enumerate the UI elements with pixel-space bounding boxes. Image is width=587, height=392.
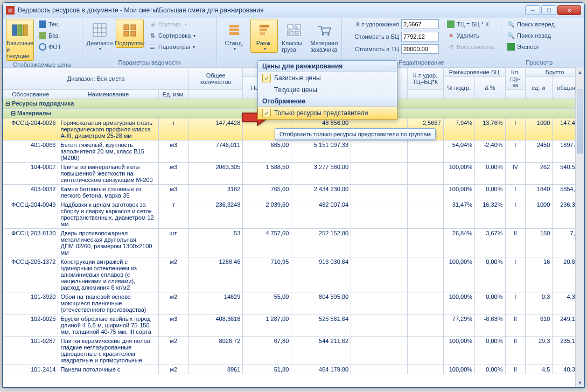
table-row[interactable]: 104-0007Плиты из минеральной ваты повыше… [3, 163, 584, 185]
kol-header: Общее количество [189, 68, 243, 90]
app-icon: ▤ [6, 6, 15, 15]
svg-rect-32 [507, 43, 515, 51]
tc-label: Стоимость в ТЦ [345, 46, 399, 52]
svg-rect-20 [260, 32, 265, 35]
search-back-button[interactable]: 🔍Поиск назад [505, 30, 557, 41]
table-row[interactable]: ФССЦ-206-1372Конструкции витражей с один… [3, 257, 584, 292]
restore-button: ↺Восстановить [444, 41, 497, 52]
export-button[interactable]: Экспорт [505, 41, 557, 52]
edkg-header: ед. кг [526, 77, 553, 99]
export-icon [507, 43, 515, 51]
delete-button[interactable]: ✕Удалить [444, 30, 497, 41]
klassy-button[interactable]: IIIIIIIV Классы груза [280, 19, 308, 54]
svg-rect-15 [229, 25, 239, 27]
only-reps-item[interactable]: ✓Только ресурсы представители [257, 107, 397, 120]
svg-rect-14 [131, 31, 136, 36]
kl-header: Кл.гру-за [505, 68, 526, 90]
prices-basic-current-button[interactable]: Базисные и текущие [6, 19, 34, 61]
tc-input[interactable] [401, 44, 439, 54]
svg-rect-2 [23, 25, 27, 36]
tooltip: Отобразить только ресурсы представители … [275, 128, 436, 140]
class-icon: IIIIIIIV [285, 22, 303, 39]
svg-rect-13 [124, 31, 129, 36]
bc-input[interactable] [401, 32, 439, 41]
table-row[interactable]: 403-0032Камни бетонные стеновые из легко… [3, 185, 584, 200]
scroll-thumb[interactable] [577, 89, 583, 153]
table-row[interactable]: 101-2414Панели потолочные см2896151,8046… [3, 365, 584, 374]
app-window: ▤ Ведомость ресурсов в документе - Мои с… [2, 2, 585, 388]
delta-header: Δ % [475, 77, 505, 99]
svg-rect-6 [93, 24, 106, 37]
svg-rect-4 [39, 32, 46, 39]
restore-icon: ↺ [446, 43, 455, 51]
parametry-button[interactable]: ☰Параметры▾ [146, 41, 198, 52]
svg-rect-3 [39, 20, 46, 28]
table-row[interactable]: 401-0066Бетон тяжелый, крупность заполни… [3, 141, 584, 163]
svg-text:IV: IV [296, 32, 299, 36]
diapazon-button[interactable]: Диапазон▾ [86, 19, 114, 53]
base-prices-item[interactable]: ✓Базисные цены [258, 72, 397, 84]
search-fwd-icon: 🔍 [507, 20, 515, 29]
circle-icon [38, 43, 47, 51]
svg-point-30 [327, 33, 330, 36]
svg-point-29 [322, 33, 324, 36]
fot-option[interactable]: ФОТ [36, 41, 64, 52]
ranzh-button[interactable]: Ранж.▾ [250, 19, 278, 53]
stand-button[interactable]: Станд.▾ [220, 19, 248, 53]
table-row[interactable]: 102-0025Бруски обрезные хвойных пород дл… [3, 314, 584, 337]
table-row[interactable]: ФССЦ-204-0049Надбавки к ценам заготовок … [3, 200, 584, 229]
scroll-up-button[interactable]: ▲ [576, 67, 584, 76]
window-title: Ведомость ресурсов в документе - Мои сме… [18, 6, 525, 14]
group-icon [121, 22, 138, 39]
table-row[interactable]: 101-0287Плитки керамические для полов гл… [3, 337, 584, 365]
search-back-icon: 🔍 [507, 31, 515, 40]
diapazon-header: Диапазон: Вся смета [3, 68, 189, 90]
sort-icon: ⇅ [148, 31, 157, 40]
sortirovka-button[interactable]: ⇅Сортировка▾ [146, 30, 198, 41]
svg-point-5 [39, 44, 46, 50]
column-icon [38, 20, 47, 29]
svg-rect-12 [131, 25, 136, 30]
material-button[interactable]: Материал заказчика [310, 19, 338, 54]
current-prices-item[interactable]: Текущие цены [258, 84, 397, 96]
bars-icon [226, 22, 243, 39]
svg-rect-18 [260, 25, 269, 27]
k-udor-label: К-т удорожания [345, 21, 399, 27]
vertical-scrollbar[interactable]: ▲ ▼ [575, 67, 584, 387]
k-udor-input[interactable] [401, 19, 439, 29]
svg-rect-11 [124, 25, 129, 30]
popup-heading: Отображение [258, 96, 397, 107]
svg-text:II: II [296, 25, 298, 29]
popup-heading: Цены для ранжирования [258, 61, 397, 72]
rank-icon [256, 22, 273, 39]
naimen-header: Наименование [58, 90, 158, 99]
bc-label: Стоимость в БЦ [345, 33, 399, 40]
search-forward-button[interactable]: 🔍Поиск вперед [505, 19, 557, 30]
ranzh-header: Ранжирование БЦ [443, 68, 505, 77]
kudor-header: К-т удор.ТЦ=БЦ*К [407, 68, 443, 90]
baz-option[interactable]: Баз. [36, 30, 64, 41]
podgr-header: % подгр. [443, 77, 475, 99]
ranzh-dropdown: Цены для ранжирования ✓Базисные цены Тек… [257, 60, 397, 120]
svg-rect-1 [18, 25, 22, 36]
table-row[interactable]: ФССЦ-203-8130Дверь противопожарная метал… [3, 229, 584, 257]
table-row[interactable]: 101-3920Обои на тканевой основе моющиеся… [3, 292, 584, 314]
podgruppy-button[interactable]: Подгруппы [116, 19, 144, 48]
tek-option[interactable]: Тек. [36, 19, 64, 30]
close-button[interactable]: ✕ [557, 5, 581, 15]
column-icon [38, 31, 47, 40]
minimize-button[interactable]: ─ [525, 5, 540, 15]
maximize-button[interactable]: ☐ [541, 5, 556, 15]
params-icon: ☰ [148, 43, 157, 51]
obosn-header: Обоснование [3, 90, 58, 99]
svg-rect-31 [447, 20, 455, 28]
scroll-down-button[interactable]: ▼ [576, 378, 584, 387]
svg-rect-17 [229, 32, 239, 35]
check-icon: ✓ [262, 109, 271, 117]
check-icon [262, 86, 271, 94]
cart-icon [316, 22, 333, 39]
svg-text:I: I [289, 25, 290, 29]
delete-icon: ✕ [446, 31, 455, 40]
svg-text:III: III [288, 32, 291, 36]
formula-button[interactable]: ТЦ = БЦ * К [444, 19, 497, 30]
